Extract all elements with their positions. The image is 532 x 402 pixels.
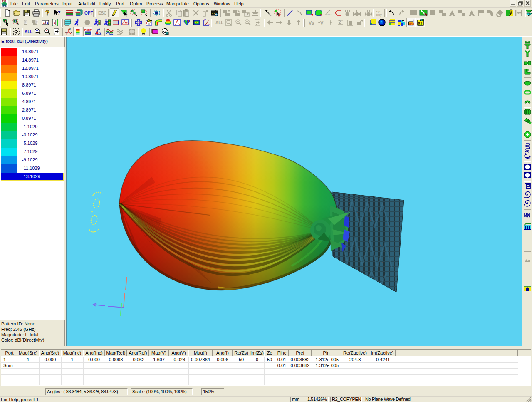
svg-text:2: 2 bbox=[339, 20, 341, 25]
svg-text:Vs: Vs bbox=[309, 20, 314, 25]
svg-text:BAR: BAR bbox=[409, 22, 415, 25]
svg-text:xyz: xyz bbox=[376, 10, 381, 13]
svg-text:y: y bbox=[71, 31, 72, 33]
svg-text:1: 1 bbox=[15, 20, 16, 22]
svg-text:ALL: ALL bbox=[25, 30, 32, 34]
svg-text:1: 1 bbox=[54, 21, 56, 25]
svg-text:dxdy: dxdy bbox=[376, 13, 382, 17]
svg-text:?: ? bbox=[45, 10, 49, 17]
svg-text:x: x bbox=[208, 23, 210, 26]
svg-text:ALL: ALL bbox=[215, 20, 223, 25]
svg-text:XY: XY bbox=[418, 22, 423, 25]
svg-text:OPT: OPT bbox=[84, 11, 93, 15]
svg-text:?: ? bbox=[57, 10, 61, 16]
svg-text:MID: MID bbox=[327, 13, 332, 16]
svg-text:PORT: PORT bbox=[84, 28, 92, 31]
svg-text:ESC: ESC bbox=[98, 11, 106, 15]
svg-text:E: E bbox=[204, 19, 206, 22]
svg-text:z: z bbox=[69, 27, 71, 30]
svg-text:1: 1 bbox=[47, 21, 49, 25]
svg-text:x: x bbox=[65, 31, 67, 33]
svg-text:V: V bbox=[320, 20, 324, 25]
